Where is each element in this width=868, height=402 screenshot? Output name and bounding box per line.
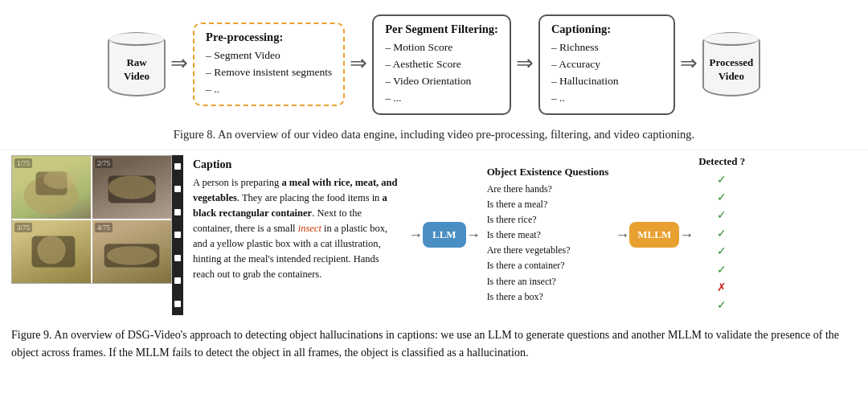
arrow-3: ⇒	[516, 51, 534, 76]
question-1: Are there hands?	[487, 182, 609, 197]
figure8-caption: Figure 8. An overview of our video data …	[0, 125, 868, 150]
preprocessing-item-2: – Remove insistent segments	[206, 64, 332, 81]
detected-8: ✓	[698, 297, 745, 314]
arrow-from-llm: →	[466, 227, 481, 244]
filtering-box: Per Segment Filtering: – Motion Score – …	[372, 14, 511, 115]
caption-text: A person is preparing a meal with rice, …	[193, 175, 399, 282]
captioning-item-4: – ..	[551, 90, 662, 107]
caption-section: Caption A person is preparing a meal wit…	[183, 155, 408, 315]
question-3: Is there rice?	[487, 212, 609, 228]
raw-video-cylinder: RawVideo	[108, 32, 166, 96]
arrow-2: ⇒	[350, 51, 367, 76]
captioning-item-1: – Richness	[551, 39, 662, 56]
detected-6: ✓	[698, 261, 745, 279]
questions-heading: Object Existence Questions	[487, 166, 609, 178]
preprocessing-box: Pre-processing: – Segment Video – Remove…	[193, 23, 345, 106]
caption-heading: Caption	[193, 158, 399, 171]
thumb-label-1: 1/75	[14, 158, 32, 168]
filtering-item-1: – Motion Score	[385, 39, 498, 56]
bottom-panel: 1/75 2/75 3/75	[0, 150, 868, 320]
detected-heading: Detected ?	[698, 155, 745, 168]
filtering-item-2: – Aesthetic Score	[385, 56, 498, 73]
video-thumbnails: 1/75 2/75 3/75	[11, 155, 172, 284]
detected-1: ✓	[698, 171, 745, 189]
caption-bold-1: a meal with rice, meat, and vegetables	[193, 177, 397, 203]
captioning-item-2: – Accuracy	[551, 56, 662, 73]
arrow-from-mllm: →	[679, 227, 694, 244]
filtering-title: Per Segment Filtering:	[385, 23, 498, 36]
caption-insect-word: insect	[298, 223, 321, 234]
question-4: Is there meat?	[487, 228, 609, 243]
captioning-item-3: – Hallucination	[551, 73, 662, 90]
llm-box: LLM	[423, 222, 466, 248]
preprocessing-item-1: – Segment Video	[206, 47, 332, 64]
mllm-box: MLLM	[629, 222, 679, 248]
captioning-box: Captioning: – Richness – Accuracy – Hall…	[538, 14, 675, 115]
filmstrip-hole	[174, 255, 181, 261]
mllm-container: → MLLM →	[615, 155, 694, 315]
thumb-label-3: 3/75	[14, 223, 32, 232]
filmstrip-hole	[174, 301, 181, 307]
thumb-label-2: 2/75	[95, 158, 113, 168]
question-5: Are there vegetables?	[487, 243, 609, 258]
llm-container: → LLM →	[408, 155, 481, 315]
raw-video-label: RawVideo	[124, 56, 149, 84]
svg-point-8	[107, 246, 158, 265]
filmstrip	[172, 155, 183, 315]
thumb-4: 4/75	[92, 220, 171, 283]
thumb-1: 1/75	[12, 156, 91, 219]
figure9-caption: Figure 9. An overview of DSG-Video's app…	[0, 320, 868, 366]
filmstrip-hole	[174, 277, 181, 284]
thumb-label-4: 4/75	[95, 223, 113, 232]
arrow-to-mllm: →	[615, 227, 629, 244]
filmstrip-hole	[174, 232, 181, 238]
svg-point-2	[43, 170, 75, 188]
arrow-4: ⇒	[680, 51, 698, 76]
detected-5: ✓	[698, 243, 745, 260]
detected-2: ✓	[698, 189, 745, 207]
svg-point-4	[108, 175, 156, 199]
video-thumbnails-container: 1/75 2/75 3/75	[11, 155, 183, 315]
preprocessing-item-3: – ..	[206, 81, 332, 98]
detected-7: ✗	[698, 279, 745, 297]
preprocessing-title: Pre-processing:	[206, 31, 332, 44]
arrow-to-llm: →	[408, 227, 423, 244]
detected-section: Detected ? ✓ ✓ ✓ ✓ ✓ ✓ ✗ ✓	[694, 155, 750, 315]
filmstrip-hole	[174, 209, 181, 215]
thumb-2: 2/75	[92, 156, 171, 219]
pipeline-diagram: RawVideo ⇒ Pre-processing: – Segment Vid…	[0, 0, 868, 125]
thumb-3: 3/75	[12, 220, 91, 283]
filmstrip-hole	[174, 163, 181, 170]
question-6: Is there a container?	[487, 258, 609, 273]
svg-point-6	[37, 236, 65, 264]
captioning-title: Captioning:	[551, 23, 662, 36]
questions-section: Object Existence Questions Are there han…	[481, 155, 616, 315]
question-8: Is there a box?	[487, 289, 609, 305]
filtering-item-3: – Video Orientation	[385, 73, 498, 90]
processed-video-cylinder: ProcessedVideo	[702, 32, 760, 96]
processed-video-label: ProcessedVideo	[710, 56, 754, 84]
filmstrip-hole	[174, 186, 181, 192]
detected-3: ✓	[698, 207, 745, 224]
question-7: Is there an insect?	[487, 274, 609, 289]
arrow-1: ⇒	[170, 51, 188, 76]
question-2: Is there a meal?	[487, 197, 609, 212]
filtering-item-4: – ...	[385, 90, 498, 107]
detected-4: ✓	[698, 225, 745, 243]
